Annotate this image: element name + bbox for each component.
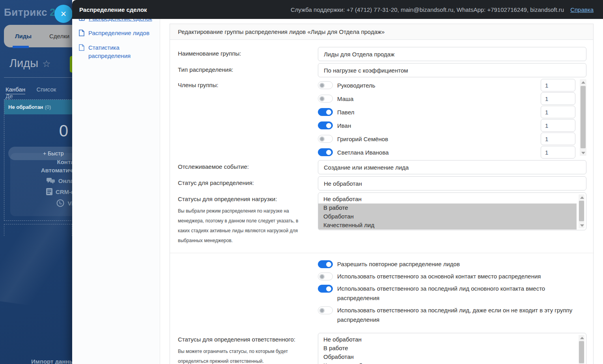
scroll-up-icon <box>581 81 585 84</box>
coefficient-input[interactable] <box>541 79 575 91</box>
coefficient-input[interactable] <box>541 119 575 132</box>
option-toggle[interactable] <box>318 285 333 293</box>
member-toggle[interactable] <box>318 81 333 89</box>
coefficient-input[interactable] <box>541 133 575 145</box>
member-row: Руководитель <box>318 78 586 92</box>
member-toggle[interactable] <box>318 148 333 156</box>
channel-viber[interactable]: Viber <box>10 199 72 207</box>
view-tab-list[interactable]: Список <box>36 86 56 93</box>
coefficient-input[interactable] <box>541 106 575 118</box>
contact-center-card: Контакт- Автоматическое до Онлайн-чат CR… <box>10 153 72 216</box>
scroll-down-icon <box>580 224 584 227</box>
contact-card-subtitle: Автоматическое до <box>10 167 72 174</box>
sidebar-item-distribution-stats[interactable]: Статистика распределения <box>79 43 150 60</box>
responsible-statuses-help: Вы можете ограничить статусы, по которым… <box>178 347 300 364</box>
group-name-input[interactable] <box>318 47 586 61</box>
scroll-down-icon <box>581 152 585 154</box>
scroll-up-icon <box>580 196 584 199</box>
section-divider <box>170 253 594 253</box>
distribution-panel: Распределение сделок Распределение лидов… <box>72 0 603 364</box>
kanban-counter: 0 <box>4 114 72 140</box>
members-scrollbar[interactable] <box>580 79 586 156</box>
view-tabs: Канбан Список Де <box>6 86 72 99</box>
coefficient-input[interactable] <box>541 92 575 105</box>
viber-icon <box>56 199 64 207</box>
option-label: Использовать ответственного за основной … <box>337 272 541 281</box>
option-toggle[interactable] <box>318 306 333 314</box>
status-option[interactable]: Обработан <box>318 212 577 221</box>
support-info: Служба поддержки: +7 (4712) 77-31-20, ma… <box>291 6 564 13</box>
member-toggle[interactable] <box>318 121 333 129</box>
option-label: Использовать ответственного за последний… <box>337 306 586 325</box>
bitrix-logo: Битрикс24 <box>4 6 62 19</box>
close-panel-button[interactable]: ✕ <box>54 5 73 23</box>
status-option[interactable]: В работе <box>318 344 577 353</box>
scrollbar-thumb[interactable] <box>581 86 586 148</box>
edit-group-form: Редактирование группы распределения лидо… <box>170 24 594 364</box>
select-scrollbar[interactable] <box>579 194 584 228</box>
member-row: Иван <box>318 119 586 132</box>
status-option[interactable]: Не обработан <box>318 335 577 344</box>
view-tab-activities[interactable]: Де <box>6 93 13 99</box>
close-icon: ✕ <box>60 9 67 19</box>
crm-background: Битрикс24 Лиды Сделки Лиды☆ Канбан Списо… <box>0 0 72 364</box>
coefficient-input[interactable] <box>541 146 575 159</box>
kanban-column-header[interactable]: Не обработан (0) <box>4 100 72 114</box>
tab-leads[interactable]: Лиды <box>15 33 32 39</box>
member-toggle[interactable] <box>318 108 333 116</box>
member-name: Павел <box>337 109 355 116</box>
panel-header: Распределение сделок Служба поддержки: +… <box>72 0 603 19</box>
responsible-statuses-multiselect[interactable]: Не обработан В работе Обработан Качестве… <box>318 333 586 364</box>
option-toggle[interactable] <box>318 273 333 280</box>
option-row: Разрешить повторное распределение лидов <box>318 259 586 269</box>
option-toggle[interactable] <box>318 260 333 268</box>
distribution-status-label: Статус для распределения: <box>178 176 318 186</box>
status-option[interactable]: Обработан <box>318 353 577 361</box>
load-statuses-multiselect[interactable]: Не обработан В работе Обработан Качестве… <box>318 192 586 230</box>
member-toggle[interactable] <box>318 135 333 143</box>
channel-crm-forms[interactable]: CRM-формы <box>10 188 72 195</box>
kanban-count: (0) <box>45 104 51 110</box>
form-title: Редактирование группы распределения лидо… <box>170 24 593 40</box>
load-statuses-help: Вы выбрали режим распределения по нагруз… <box>178 206 300 246</box>
tracked-event-label: Отслеживаемое событие: <box>178 160 318 170</box>
status-option[interactable]: Качественный лид <box>318 361 577 364</box>
responsible-statuses-label: Статусы для определения ответственного: <box>178 336 295 343</box>
member-name: Руководитель <box>337 82 375 89</box>
tab-deals[interactable]: Сделки <box>49 33 69 39</box>
sidebar-item-lead-distribution[interactable]: Распределение лидов <box>79 29 149 37</box>
members-list: Руководитель Маша Павел <box>318 78 586 159</box>
member-name: Григорий Семёнов <box>337 136 388 142</box>
load-statuses-label: Статусы для определения нагрузки: <box>178 196 277 202</box>
option-row: Использовать ответственного за последний… <box>318 306 586 325</box>
member-row: Маша <box>318 92 586 105</box>
document-icon <box>79 44 84 51</box>
toggle-options: Разрешить повторное распределение лидов … <box>318 259 586 327</box>
scrollbar-thumb[interactable] <box>579 341 584 363</box>
option-label: Использовать ответственного за последний… <box>337 284 586 303</box>
active-tab-indicator <box>13 46 29 48</box>
divider <box>4 77 72 78</box>
status-option[interactable]: Не обработан <box>318 195 577 203</box>
tracked-event-select[interactable] <box>318 160 586 174</box>
logo-text: Битрикс <box>4 6 47 18</box>
favorite-star-icon[interactable]: ☆ <box>42 58 51 69</box>
help-link[interactable]: Справка <box>570 6 594 13</box>
status-option[interactable]: В работе <box>318 203 577 212</box>
member-toggle[interactable] <box>318 95 333 103</box>
scrollbar-thumb[interactable] <box>579 201 584 221</box>
status-option[interactable]: Качественный лид <box>318 221 577 230</box>
next-kanban-placeholder <box>4 224 72 236</box>
import-data-text: Импорт данных из другой <box>10 358 72 364</box>
select-scrollbar[interactable] <box>579 335 584 364</box>
form-icon <box>46 188 52 195</box>
option-row: Использовать ответственного за основной … <box>318 272 586 281</box>
distribution-status-select[interactable] <box>318 176 586 190</box>
member-name: Маша <box>337 95 353 102</box>
member-row: Павел <box>318 105 586 119</box>
member-name: Светлана Иванова <box>337 149 389 156</box>
channel-online-chat[interactable]: Онлайн-чат <box>10 177 72 184</box>
panel-title: Распределение сделок <box>79 6 147 13</box>
group-name-label: Наименование группы: <box>178 47 318 57</box>
distribution-type-select[interactable] <box>318 63 586 77</box>
